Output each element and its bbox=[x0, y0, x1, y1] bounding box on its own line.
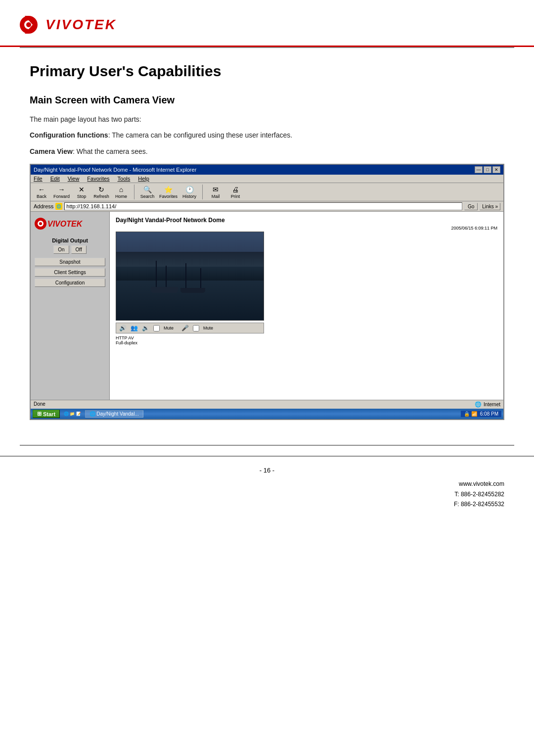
address-label: Address bbox=[34, 203, 53, 209]
logo: VIVOTEK bbox=[20, 14, 514, 36]
forward-icon: → bbox=[58, 186, 65, 193]
page-number: - 16 - bbox=[30, 467, 504, 474]
on-off-row: On Off bbox=[35, 245, 105, 254]
minimize-button[interactable]: — bbox=[475, 166, 483, 173]
boat2-hull bbox=[180, 288, 205, 293]
back-label: Back bbox=[37, 194, 46, 199]
menu-view[interactable]: View bbox=[68, 176, 80, 182]
camera-label: Camera View bbox=[30, 147, 73, 155]
cam-logo: VIVOTEK bbox=[35, 217, 105, 232]
page-title: Primary User's Capabilities bbox=[30, 63, 504, 80]
cam-video-feed bbox=[116, 232, 264, 321]
print-button[interactable]: 🖨 Print bbox=[227, 186, 243, 199]
taskbar: ⊞ Start 🌐 📁 📝 🌐 Day/Night Vandal... 🔒 📶 … bbox=[31, 409, 503, 419]
mail-button[interactable]: ✉ Mail bbox=[208, 186, 223, 199]
status-text: Done bbox=[34, 401, 45, 408]
logo-icon bbox=[20, 14, 45, 36]
go-button[interactable]: Go bbox=[464, 203, 478, 210]
spacer bbox=[0, 430, 534, 445]
browser-title: Day/Night Vandal-Proof Network Dome - Mi… bbox=[34, 167, 196, 173]
cam-logo-svg: VIVOTEK bbox=[35, 217, 84, 231]
forward-button[interactable]: → Forward bbox=[53, 186, 70, 199]
links-button[interactable]: Links » bbox=[480, 203, 500, 210]
start-button[interactable]: ⊞ Start bbox=[33, 410, 60, 418]
cam-controls-bar: 🔊 👥 🔉 Mute 🎤 Mute bbox=[116, 323, 264, 333]
taskbar-right: 🔒 📶 6:08 PM bbox=[461, 411, 501, 417]
mail-icon: ✉ bbox=[213, 186, 219, 193]
back-button[interactable]: ← Back bbox=[34, 186, 49, 199]
home-button[interactable]: ⌂ Home bbox=[113, 186, 129, 199]
browser-menubar: File Edit View Favorites Tools Help bbox=[31, 175, 503, 183]
menu-file[interactable]: File bbox=[34, 176, 43, 182]
windows-icon: ⊞ bbox=[37, 411, 42, 417]
footer-contact: www.vivotek.com T: 886-2-82455282 F: 886… bbox=[30, 479, 504, 509]
mail-label: Mail bbox=[212, 194, 220, 199]
configuration-button[interactable]: Configuration bbox=[35, 279, 105, 287]
svg-point-6 bbox=[39, 222, 42, 225]
menu-tools[interactable]: Tools bbox=[118, 176, 131, 182]
history-label: History bbox=[182, 194, 196, 199]
mute-checkbox2[interactable] bbox=[193, 325, 199, 331]
hills-layer bbox=[116, 252, 264, 267]
print-icon: 🖨 bbox=[232, 186, 239, 193]
boat1-hull bbox=[151, 287, 178, 293]
page-header: VIVOTEK bbox=[0, 0, 534, 47]
config-text: Configuration functions: The camera can … bbox=[30, 130, 504, 141]
brand-name: VIVOTEK bbox=[45, 17, 117, 33]
menu-favorites[interactable]: Favorites bbox=[87, 176, 109, 182]
mast3 bbox=[185, 263, 186, 290]
off-button[interactable]: Off bbox=[71, 245, 87, 254]
on-button[interactable]: On bbox=[53, 245, 69, 254]
svg-point-2 bbox=[26, 22, 31, 27]
mast4 bbox=[200, 268, 201, 290]
footer-website: www.vivotek.com bbox=[30, 479, 504, 489]
http-info: HTTP AV Full-duplex bbox=[116, 335, 497, 345]
camera-desc: : What the camera sees. bbox=[73, 147, 148, 155]
start-label: Start bbox=[43, 411, 55, 417]
people-icon: 👥 bbox=[131, 325, 138, 331]
status-zone: Internet bbox=[484, 402, 500, 407]
mute-checkbox1[interactable] bbox=[153, 325, 160, 331]
digital-output-section: Digital Output On Off bbox=[35, 237, 105, 254]
systray-icons: 🔒 📶 bbox=[464, 411, 477, 417]
browser-window: Day/Night Vandal-Proof Network Dome - Mi… bbox=[30, 164, 504, 420]
search-label: Search bbox=[140, 194, 155, 199]
taskbar-task-item[interactable]: 🌐 Day/Night Vandal... bbox=[85, 410, 143, 418]
mic-icon: 🎤 bbox=[181, 325, 189, 331]
toolbar-separator bbox=[134, 185, 134, 199]
menu-edit[interactable]: Edit bbox=[50, 176, 60, 182]
footer-fax: F: 886-2-82455532 bbox=[30, 499, 504, 509]
duplex-label: Full-duplex bbox=[116, 340, 137, 345]
favorites-icon: ⭐ bbox=[164, 186, 173, 193]
cam-timestamp: 2005/06/15 6:09:11 PM bbox=[116, 226, 497, 231]
favorites-button[interactable]: ⭐ Favorites bbox=[159, 186, 178, 199]
browser-titlebar: Day/Night Vandal-Proof Network Dome - Mi… bbox=[31, 165, 503, 175]
camera-sidebar: VIVOTEK Digital Output On Off Snapshot C… bbox=[31, 212, 110, 400]
history-icon: 🕐 bbox=[185, 186, 194, 193]
menu-help[interactable]: Help bbox=[138, 176, 149, 182]
snapshot-button[interactable]: Snapshot bbox=[35, 258, 105, 266]
maximize-button[interactable]: □ bbox=[484, 166, 491, 173]
back-icon: ← bbox=[38, 186, 45, 193]
close-button[interactable]: ✕ bbox=[492, 166, 500, 173]
stop-button[interactable]: ✕ Stop bbox=[74, 186, 89, 199]
home-icon: ⌂ bbox=[119, 186, 123, 193]
speaker-icon: 🔊 bbox=[119, 325, 127, 331]
browser-toolbar: ← Back → Forward ✕ Stop ↻ Refresh ⌂ Home… bbox=[31, 183, 503, 201]
address-input[interactable] bbox=[64, 202, 462, 210]
task-item-label: Day/Night Vandal... bbox=[96, 411, 138, 417]
search-button[interactable]: 🔍 Search bbox=[139, 186, 155, 199]
digital-output-label: Digital Output bbox=[35, 237, 105, 243]
taskbar-left: ⊞ Start 🌐 📁 📝 🌐 Day/Night Vandal... bbox=[33, 410, 143, 418]
config-label: Configuration functions bbox=[30, 131, 108, 139]
taskbar-time: 6:08 PM bbox=[480, 411, 498, 417]
stop-label: Stop bbox=[77, 194, 87, 199]
intro-text: The main page layout has two parts: bbox=[30, 114, 504, 125]
refresh-button[interactable]: ↻ Refresh bbox=[93, 186, 109, 199]
client-settings-button[interactable]: Client Settings bbox=[35, 268, 105, 277]
cam-view-title: Day/Night Vandal-Proof Network Dome bbox=[116, 217, 497, 224]
history-button[interactable]: 🕐 History bbox=[181, 186, 197, 199]
status-right: 🌐 Internet bbox=[475, 401, 500, 408]
mast1 bbox=[156, 261, 157, 290]
mute-label2: Mute bbox=[203, 326, 213, 331]
